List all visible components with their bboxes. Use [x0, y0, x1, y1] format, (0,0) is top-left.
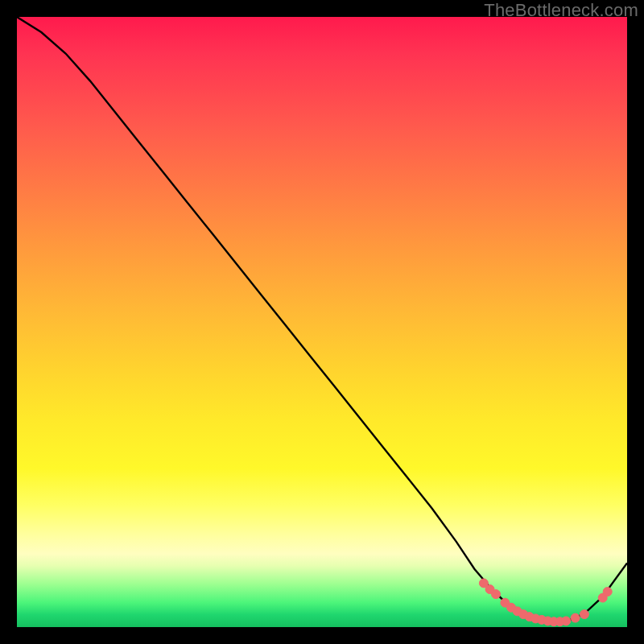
highlight-dot	[562, 617, 571, 625]
highlight-dot	[580, 610, 588, 619]
chart-svg	[17, 17, 627, 627]
watermark-text: TheBottleneck.com	[484, 0, 638, 21]
highlight-dot	[571, 613, 580, 622]
bottleneck-curve	[17, 17, 627, 621]
highlight-dot	[492, 590, 501, 599]
chart-area	[17, 17, 627, 627]
highlight-dot	[603, 588, 612, 597]
highlight-dots	[479, 579, 612, 626]
